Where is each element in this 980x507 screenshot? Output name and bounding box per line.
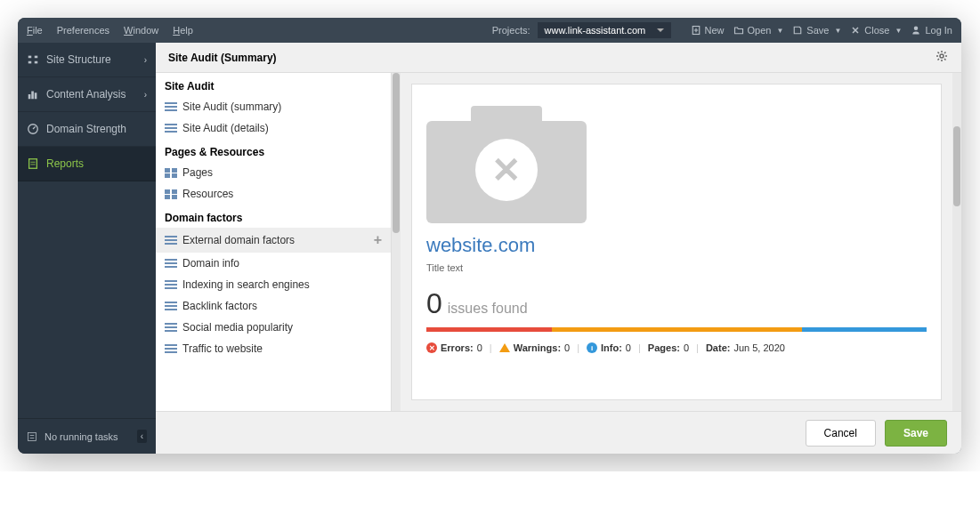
- collapse-sidebar-icon[interactable]: ‹: [137, 430, 147, 443]
- sidebar-item-label: Domain Strength: [46, 123, 126, 135]
- tree-section-domain: Domain factors: [156, 205, 391, 228]
- gauge-icon: [27, 123, 39, 135]
- tree-item[interactable]: Site Audit (details): [156, 117, 391, 139]
- main-header: Site Audit (Summary): [156, 43, 961, 73]
- add-icon[interactable]: +: [374, 232, 382, 248]
- sidebar-item-domain-strength[interactable]: Domain Strength: [18, 112, 156, 147]
- open-button[interactable]: Open▼: [733, 25, 784, 36]
- grid-icon: [165, 168, 177, 178]
- main-panel: Site Audit (Summary) Site Audit Site Aud…: [156, 43, 961, 454]
- menu-file[interactable]: File: [27, 25, 43, 36]
- close-icon: [850, 25, 861, 36]
- menu-window[interactable]: Window: [124, 25, 158, 36]
- svg-rect-12: [35, 93, 37, 99]
- svg-point-21: [940, 54, 944, 58]
- app-window: File Preferences Window Help Projects: w…: [18, 18, 961, 454]
- page-title: Site Audit (Summary): [168, 52, 277, 64]
- preview-card: ✕ website.com Title text 0 issues found: [411, 84, 942, 400]
- save-button-top[interactable]: Save▼: [792, 25, 841, 36]
- stat-date: Date: Jun 5, 2020: [706, 342, 785, 353]
- info-icon: i: [587, 342, 597, 353]
- save-button[interactable]: Save: [885, 420, 947, 447]
- list-icon: [165, 344, 177, 353]
- tree-item[interactable]: Site Audit (summary): [156, 96, 391, 117]
- reports-icon: [27, 157, 39, 170]
- svg-point-5: [914, 27, 919, 31]
- gear-icon[interactable]: [935, 49, 949, 66]
- svg-line-14: [33, 126, 36, 129]
- status-bar: [426, 327, 927, 332]
- sidebar-item-reports[interactable]: Reports: [18, 147, 156, 181]
- chart-icon: [27, 88, 39, 101]
- login-button[interactable]: Log In: [911, 25, 952, 36]
- svg-rect-15: [29, 159, 37, 169]
- menu-preferences[interactable]: Preferences: [57, 25, 109, 36]
- tree-item[interactable]: Social media popularity: [156, 317, 391, 338]
- issues-count: 0 issues found: [426, 287, 927, 320]
- tasks-icon: [27, 431, 37, 442]
- folder-icon: [733, 25, 744, 36]
- svg-rect-9: [35, 61, 38, 64]
- error-icon: ✕: [426, 342, 437, 353]
- tree-item[interactable]: Indexing in search engines: [156, 274, 391, 295]
- user-icon: [911, 25, 921, 36]
- list-icon: [165, 302, 177, 310]
- svg-rect-7: [28, 61, 32, 64]
- file-plus-icon: [691, 25, 701, 36]
- scroll-thumb[interactable]: [393, 73, 400, 233]
- sidebar-item-label: Site Structure: [46, 53, 111, 66]
- menubar: File Preferences Window Help Projects: w…: [18, 18, 961, 43]
- list-icon: [165, 102, 177, 111]
- tree-section-pages: Pages & Resources: [156, 139, 391, 162]
- footer-bar: Cancel Save: [156, 411, 961, 454]
- sidebar-item-label: Reports: [46, 157, 84, 170]
- warning-icon: [499, 343, 510, 352]
- stat-warnings: Warnings: 0: [499, 342, 571, 353]
- cancel-button[interactable]: Cancel: [806, 420, 876, 447]
- title-text: Title text: [426, 262, 927, 273]
- scroll-thumb[interactable]: [953, 126, 960, 206]
- list-icon: [165, 280, 177, 289]
- tree-item[interactable]: Traffic to website: [156, 338, 391, 359]
- stat-errors: ✕Errors: 0: [426, 342, 482, 353]
- svg-rect-11: [31, 92, 34, 100]
- content-area: ✕ website.com Title text 0 issues found: [401, 73, 952, 411]
- tree-section-site-audit: Site Audit: [156, 73, 391, 96]
- placeholder-image-icon: ✕: [426, 99, 587, 223]
- tree-item-external-domain[interactable]: External domain factors+: [156, 228, 391, 253]
- stat-pages: Pages: 0: [648, 342, 689, 353]
- site-name: website.com: [426, 234, 927, 257]
- grid-icon: [165, 189, 177, 199]
- list-icon: [165, 236, 177, 245]
- list-icon: [165, 323, 177, 332]
- tasks-label: No running tasks: [45, 431, 118, 442]
- projects-label: Projects:: [492, 25, 530, 36]
- sidebar: Site Structure› Content Analysis› Domain…: [18, 43, 156, 454]
- svg-rect-8: [35, 56, 38, 59]
- scrollbar-content[interactable]: [952, 73, 961, 411]
- tree-item[interactable]: Pages: [156, 162, 391, 183]
- structure-icon: [27, 53, 39, 66]
- svg-rect-18: [28, 432, 36, 440]
- list-icon: [165, 124, 177, 133]
- scrollbar-tree[interactable]: [392, 73, 401, 411]
- sidebar-item-site-structure[interactable]: Site Structure›: [18, 43, 156, 77]
- sidebar-item-content-analysis[interactable]: Content Analysis›: [18, 77, 156, 112]
- tree-panel: Site Audit Site Audit (summary) Site Aud…: [156, 73, 392, 411]
- stats-row: ✕Errors: 0 | Warnings: 0 | iInfo: 0 | Pa…: [426, 342, 927, 353]
- list-icon: [165, 259, 177, 268]
- svg-rect-6: [28, 56, 32, 59]
- tree-item[interactable]: Backlink factors: [156, 295, 391, 317]
- tree-item[interactable]: Domain info: [156, 253, 391, 274]
- sidebar-footer: No running tasks ‹: [18, 418, 156, 454]
- svg-rect-10: [28, 94, 31, 99]
- sidebar-item-label: Content Analysis: [46, 88, 126, 101]
- save-icon: [792, 25, 803, 36]
- project-select[interactable]: www.link-assistant.com: [538, 22, 671, 38]
- tree-item[interactable]: Resources: [156, 183, 391, 205]
- stat-info: iInfo: 0: [587, 342, 631, 353]
- close-button[interactable]: Close▼: [850, 25, 902, 36]
- new-button[interactable]: New: [691, 25, 725, 36]
- menu-help[interactable]: Help: [173, 25, 193, 36]
